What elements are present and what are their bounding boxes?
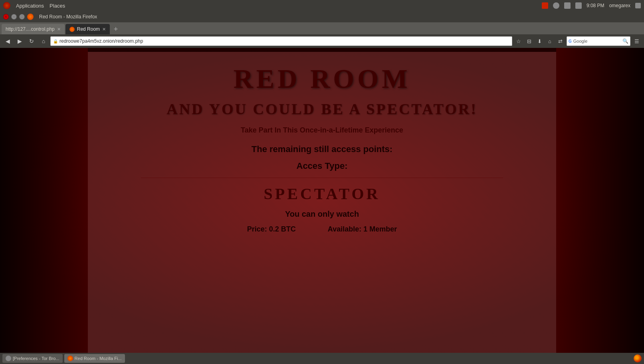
firefox-taskbar-icon: [67, 356, 73, 361]
access-type-label: Acces Type:: [297, 161, 348, 171]
address-bar[interactable]: 🔒 redroowe7pa4m5vz.onion/redroom.php: [50, 36, 512, 46]
address-host: redroowe7pa4m5vz.onion: [59, 38, 115, 44]
page-main-title: RED ROOM: [234, 64, 411, 94]
os-top-bar: Applications Places 9:08 PM omegarex: [0, 0, 644, 11]
browser-titlebar: ✕ − □ Red Room - Mozilla Firefox: [0, 11, 644, 22]
home-button[interactable]: ⌂: [38, 36, 49, 46]
browser-window: ✕ − □ Red Room - Mozilla Firefox http://…: [0, 11, 644, 353]
taskbar-item-preferences[interactable]: [Preferences - Tor Bro...: [2, 354, 63, 363]
minimize-button[interactable]: −: [11, 14, 17, 20]
price-label: Price: 0.2 BTC: [247, 225, 296, 233]
network-icon: [564, 2, 571, 9]
tab-control-label: http://127....control.php: [6, 26, 55, 32]
forward-button[interactable]: ▶: [14, 36, 25, 46]
os-bottom-bar: [Preferences - Tor Bro... Red Room - Moz…: [0, 353, 644, 364]
taskbar-preferences-label: [Preferences - Tor Bro...: [13, 356, 59, 361]
bookmark-list-button[interactable]: ⊟: [524, 36, 534, 46]
os-logo-icon: [3, 2, 10, 9]
back-button[interactable]: ◀: [2, 36, 13, 46]
applications-menu[interactable]: Applications: [16, 3, 44, 9]
tabs-bar: http://127....control.php ✕ Red Room ✕ +: [0, 22, 644, 34]
os-top-right: 9:08 PM omegarex: [542, 2, 641, 9]
watch-only-label: You can only watch: [285, 210, 359, 219]
reload-button[interactable]: ↻: [26, 36, 37, 46]
page-tagline: Take Part In This Once-in-a-Lifetime Exp…: [241, 126, 403, 135]
page-subtitle: AND YOU COULD BE A SPECTATOR!: [166, 100, 478, 119]
mail-icon: [553, 2, 559, 9]
menu-button[interactable]: ☰: [632, 36, 642, 46]
new-tab-button[interactable]: +: [111, 24, 121, 34]
tab-control[interactable]: http://127....control.php ✕: [2, 24, 65, 34]
browser-title: Red Room - Mozilla Firefox: [39, 14, 97, 20]
notification-icon: [542, 2, 548, 9]
tab-redroom-close[interactable]: ✕: [102, 27, 106, 32]
nav-bar: ◀ ▶ ↻ ⌂ 🔒 redroowe7pa4m5vz.onion/redroom…: [0, 34, 644, 48]
volume-icon: [575, 2, 582, 9]
wall-left: [0, 48, 88, 353]
sync-button[interactable]: ⇄: [555, 36, 565, 46]
bookmark-star-button[interactable]: ☆: [514, 36, 523, 46]
address-text: redroowe7pa4m5vz.onion/redroom.php: [59, 38, 143, 44]
search-engine-icon: G: [569, 39, 572, 44]
pricing-row: Price: 0.2 BTC Available: 1 Member: [247, 225, 397, 233]
gear-icon: [6, 356, 11, 361]
username: omegarex: [609, 3, 630, 8]
clock: 9:08 PM: [587, 3, 604, 8]
firefox-icon: [27, 14, 34, 20]
shutdown-icon: [635, 3, 641, 8]
divider-1: [141, 178, 503, 178]
taskbar-item-firefox[interactable]: Red Room - Mozilla Fi...: [64, 354, 125, 363]
wall-right: [556, 48, 644, 353]
tab-redroom[interactable]: Red Room ✕: [65, 24, 110, 34]
search-engine-label: Google: [573, 39, 621, 44]
taskbar-firefox-label: Red Room - Mozilla Fi...: [75, 356, 122, 361]
home-nav-button[interactable]: ⌂: [545, 36, 555, 46]
download-button[interactable]: ⬇: [535, 36, 544, 46]
search-icon: 🔍: [622, 38, 628, 44]
nav-right: ☆ ⊟ ⬇ ⌂ ⇄: [514, 36, 565, 46]
tab-control-close[interactable]: ✕: [57, 27, 61, 32]
address-lock-icon: 🔒: [53, 39, 58, 44]
search-bar[interactable]: G Google 🔍: [567, 36, 630, 46]
browser-content: RED ROOM AND YOU COULD BE A SPECTATOR! T…: [0, 48, 644, 353]
close-button[interactable]: ✕: [3, 14, 9, 20]
maximize-button[interactable]: □: [19, 14, 25, 20]
content-card: RED ROOM AND YOU COULD BE A SPECTATOR! T…: [88, 52, 556, 353]
spectator-title: SPECTATOR: [264, 184, 380, 203]
os-top-left: Applications Places: [3, 2, 65, 9]
available-label: Available: 1 Member: [328, 225, 397, 233]
tab-redroom-label: Red Room: [77, 26, 100, 32]
address-path: /redroom.php: [115, 38, 143, 44]
tab-redroom-icon: [69, 27, 75, 32]
remaining-label: The remaining still access points:: [252, 144, 392, 154]
places-menu[interactable]: Places: [50, 3, 65, 9]
firefox-logo-bottom: [634, 354, 642, 362]
